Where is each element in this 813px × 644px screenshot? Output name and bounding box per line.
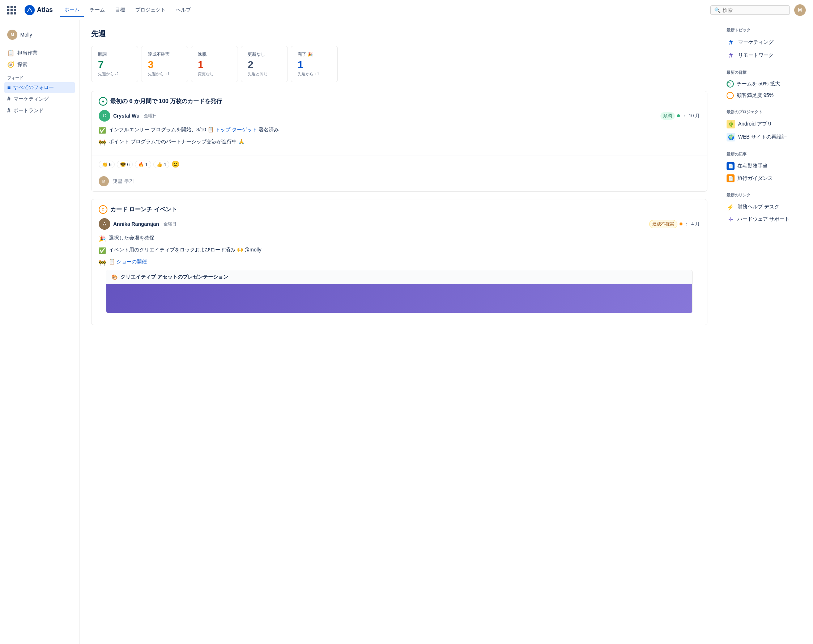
- panel-section-links: 最新のリンク ⚡ 財務ヘルプ デスク ✛ ハードウェア サポート: [727, 192, 806, 225]
- sub-card-title: クリエイティブ アセットのプレゼンテーション: [121, 274, 228, 281]
- author-name: Crystal Wu: [113, 113, 139, 119]
- panel-section-projects: 最新のプロジェクト 🌵 Android アプリ 🌍 WEB サイトの再設計: [727, 109, 806, 143]
- goal-orange-icon: [727, 92, 734, 99]
- panel-section-articles: 最新の記事 📄 在宅勤務手当 📄 旅行ガイダンス: [727, 152, 806, 184]
- stat-card-off-track[interactable]: 逸脱 1 変更なし: [191, 46, 238, 82]
- checkmark-icon: ✅: [99, 126, 106, 135]
- sidebar-item-marketing[interactable]: # マーケティング: [5, 94, 75, 104]
- update-text-5: 📋 ショーの開催: [109, 258, 147, 265]
- status-pill-2: 達成不確実: [649, 220, 677, 228]
- stat-sub: 先週から +1: [148, 71, 181, 77]
- update-month-2: 4 月: [691, 221, 700, 227]
- tasks-icon: 📋: [7, 50, 14, 56]
- add-reaction-button[interactable]: 🙂: [171, 160, 179, 168]
- nav-item-team[interactable]: チーム: [85, 4, 109, 16]
- update-item-3: 🎉 選択した会場を確保: [99, 234, 700, 243]
- goal-status-icon: ●: [99, 97, 107, 106]
- feed-card-2-header: 🗓 カード ローンチ イベント: [92, 199, 707, 218]
- sidebar-item-tasks[interactable]: 📋 担当作業: [5, 48, 75, 58]
- checkmark-icon-2: ✅: [99, 246, 106, 255]
- header: Atlas ホーム チーム 目標 プロジェクト ヘルプ 🔍 M: [0, 0, 813, 20]
- feed-card-2-title[interactable]: カード ローンチ イベント: [110, 206, 177, 213]
- panel-item-text: 顧客満足度 95%: [737, 92, 773, 99]
- article-orange-icon: 📄: [727, 175, 735, 182]
- search-input[interactable]: [723, 7, 786, 13]
- panel-item-satisfaction[interactable]: 顧客満足度 95%: [727, 90, 806, 101]
- all-follow-icon: ≡: [7, 85, 11, 90]
- nav-item-goals[interactable]: 目標: [111, 4, 130, 16]
- portland-hash-icon: #: [7, 108, 11, 113]
- sidebar-item-label: すべてのフォロー: [14, 84, 54, 91]
- update-item-5: 🚧 📋 ショーの開催: [99, 258, 700, 267]
- stat-value: 2: [248, 60, 281, 70]
- grid-menu-icon[interactable]: [7, 6, 16, 14]
- reaction-count: 6: [127, 162, 130, 167]
- link-purple-icon: ✛: [727, 215, 735, 223]
- nav-item-home[interactable]: ホーム: [60, 4, 84, 17]
- right-panel: 最新トピック # マーケティング # リモートワーク 最新の目標 チームを 50…: [719, 20, 813, 644]
- panel-item-text: リモートワーク: [738, 52, 773, 58]
- panel-section-title: 最新トピック: [727, 28, 806, 33]
- hash-blue-icon: #: [727, 38, 735, 47]
- panel-item-text: 在宅勤務手当: [737, 163, 768, 169]
- author-avatar-2: A: [99, 218, 110, 230]
- stat-value: 1: [298, 60, 331, 70]
- comment-row-1: M 댓글 추가: [92, 173, 707, 192]
- logo-icon: [24, 5, 35, 15]
- panel-item-team-growth[interactable]: チームを 50% 拡大: [727, 79, 806, 89]
- logo-text: Atlas: [37, 6, 53, 14]
- panel-item-remotework[interactable]: # リモートワーク: [727, 49, 806, 61]
- sidebar-item-label: 担当作業: [17, 50, 38, 57]
- update-day: 金曜日: [144, 113, 157, 119]
- link-show[interactable]: 📋 ショーの開催: [109, 259, 147, 264]
- reaction-count: 1: [145, 162, 147, 167]
- logo[interactable]: Atlas: [24, 5, 53, 15]
- stat-card-on-track[interactable]: 順調 7 先週から -2: [91, 46, 138, 82]
- sidebar-item-label: ポートランド: [14, 107, 44, 114]
- panel-item-text: チームを 50% 拡大: [737, 81, 780, 87]
- stat-sub: 先週と同じ: [248, 71, 281, 77]
- reaction-cool[interactable]: 😎6: [117, 161, 133, 168]
- page-title: 先週: [91, 29, 707, 39]
- main-content: 先週 順調 7 先週から -2 達成不確実 3 先週から +1 逸脱 1 変更な…: [80, 20, 719, 644]
- marketing-hash-icon: #: [7, 96, 11, 102]
- search-icon: 🔍: [714, 7, 720, 13]
- sub-card-image: [106, 284, 692, 313]
- status-dot: [677, 114, 680, 117]
- panel-item-finance-help[interactable]: ⚡ 財務ヘルプ デスク: [727, 201, 806, 212]
- sidebar-item-label: 探索: [17, 61, 28, 68]
- link-top-target[interactable]: 📋 トップ ターゲット: [208, 127, 257, 132]
- reaction-clap[interactable]: 👏6: [99, 161, 115, 168]
- hash-purple-icon: #: [727, 51, 735, 60]
- nav-item-help[interactable]: ヘルプ: [171, 4, 195, 16]
- feed-reactions-1: 👏6 😎6 🔥1 👍4 🙂: [92, 156, 707, 173]
- panel-item-marketing[interactable]: # マーケティング: [727, 37, 806, 48]
- comment-input[interactable]: 댓글 추가: [112, 178, 134, 184]
- update-month: 10 月: [689, 112, 700, 119]
- stat-card-no-update[interactable]: 更新なし 2 先週と同じ: [241, 46, 288, 82]
- panel-item-remote-allowance[interactable]: 📄 在宅勤務手当: [727, 161, 806, 172]
- user-avatar[interactable]: M: [794, 5, 806, 16]
- feed-card-1: ● 最初の 6 か月間で 100 万枚のカードを発行 C Crystal Wu …: [91, 91, 707, 192]
- panel-item-hardware-support[interactable]: ✛ ハードウェア サポート: [727, 214, 806, 225]
- sidebar-item-explore[interactable]: 🧭 探索: [5, 59, 75, 70]
- sidebar-item-label: マーケティング: [14, 96, 49, 103]
- stat-card-complete[interactable]: 完了 🎉 1 先週から +1: [291, 46, 338, 82]
- nav-item-projects[interactable]: プロジェクト: [131, 4, 170, 16]
- panel-item-travel-guidance[interactable]: 📄 旅行ガイダンス: [727, 173, 806, 184]
- panel-section-goals: 最新の目標 チームを 50% 拡大 顧客満足度 95%: [727, 70, 806, 101]
- panel-item-website[interactable]: 🌍 WEB サイトの再設計: [727, 131, 806, 143]
- stat-card-uncertain[interactable]: 達成不確実 3 先週から +1: [141, 46, 188, 82]
- sidebar-item-all-follow[interactable]: ≡ すべてのフォロー: [5, 82, 75, 93]
- app-layout: M Molly 📋 担当作業 🧭 探索 フィード ≡ すべてのフォロー # マー…: [0, 20, 813, 644]
- reaction-fire[interactable]: 🔥1: [135, 161, 151, 168]
- reaction-thumbsup[interactable]: 👍4: [153, 161, 169, 168]
- stat-label: 順調: [98, 51, 131, 58]
- panel-item-android[interactable]: 🌵 Android アプリ: [727, 118, 806, 130]
- update-item-2: 🚧 ポイント プログラムでのパートナーシップ交渉が進行中 🙏: [99, 138, 700, 147]
- feed-card-1-title[interactable]: 最初の 6 か月間で 100 万枚のカードを発行: [110, 98, 222, 105]
- sidebar-item-portland[interactable]: # ポートランド: [5, 105, 75, 116]
- sidebar-user[interactable]: M Molly: [5, 28, 75, 42]
- feed-update-1-header: C Crystal Wu 金曜日 順調 ： 10 月: [99, 110, 700, 121]
- search-box[interactable]: 🔍: [710, 5, 790, 15]
